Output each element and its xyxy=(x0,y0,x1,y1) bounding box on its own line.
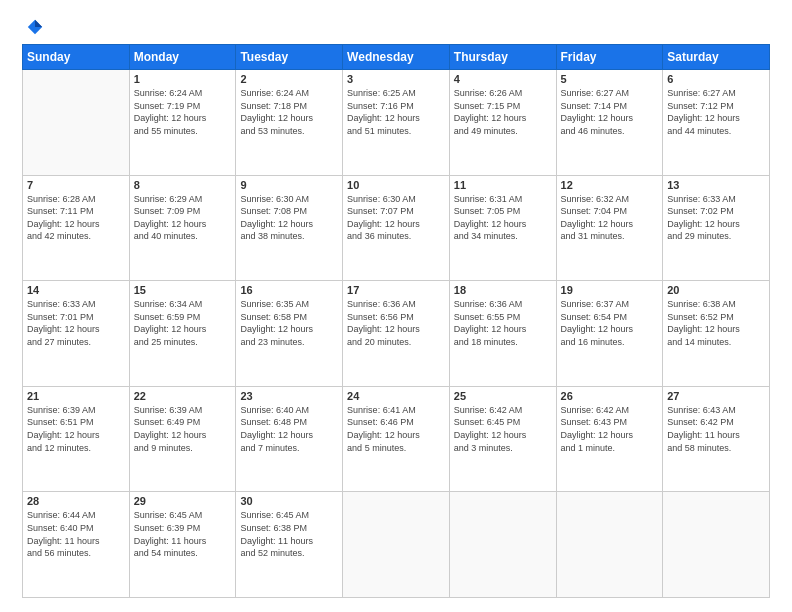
week-row-1: 7Sunrise: 6:28 AM Sunset: 7:11 PM Daylig… xyxy=(23,175,770,281)
day-number: 7 xyxy=(27,179,125,191)
day-info: Sunrise: 6:34 AM Sunset: 6:59 PM Dayligh… xyxy=(134,298,232,348)
day-number: 13 xyxy=(667,179,765,191)
day-number: 26 xyxy=(561,390,659,402)
day-number: 30 xyxy=(240,495,338,507)
day-info: Sunrise: 6:45 AM Sunset: 6:39 PM Dayligh… xyxy=(134,509,232,559)
day-number: 1 xyxy=(134,73,232,85)
day-info: Sunrise: 6:39 AM Sunset: 6:51 PM Dayligh… xyxy=(27,404,125,454)
day-cell: 5Sunrise: 6:27 AM Sunset: 7:14 PM Daylig… xyxy=(556,70,663,176)
day-number: 19 xyxy=(561,284,659,296)
day-cell xyxy=(663,492,770,598)
day-info: Sunrise: 6:32 AM Sunset: 7:04 PM Dayligh… xyxy=(561,193,659,243)
day-number: 4 xyxy=(454,73,552,85)
day-info: Sunrise: 6:24 AM Sunset: 7:18 PM Dayligh… xyxy=(240,87,338,137)
day-number: 6 xyxy=(667,73,765,85)
day-cell: 28Sunrise: 6:44 AM Sunset: 6:40 PM Dayli… xyxy=(23,492,130,598)
day-cell: 29Sunrise: 6:45 AM Sunset: 6:39 PM Dayli… xyxy=(129,492,236,598)
day-number: 23 xyxy=(240,390,338,402)
day-cell: 3Sunrise: 6:25 AM Sunset: 7:16 PM Daylig… xyxy=(343,70,450,176)
day-number: 16 xyxy=(240,284,338,296)
page: SundayMondayTuesdayWednesdayThursdayFrid… xyxy=(0,0,792,612)
day-info: Sunrise: 6:25 AM Sunset: 7:16 PM Dayligh… xyxy=(347,87,445,137)
day-info: Sunrise: 6:27 AM Sunset: 7:14 PM Dayligh… xyxy=(561,87,659,137)
day-cell: 4Sunrise: 6:26 AM Sunset: 7:15 PM Daylig… xyxy=(449,70,556,176)
day-cell: 22Sunrise: 6:39 AM Sunset: 6:49 PM Dayli… xyxy=(129,386,236,492)
day-cell xyxy=(449,492,556,598)
day-number: 12 xyxy=(561,179,659,191)
day-info: Sunrise: 6:35 AM Sunset: 6:58 PM Dayligh… xyxy=(240,298,338,348)
weekday-header-tuesday: Tuesday xyxy=(236,45,343,70)
day-info: Sunrise: 6:42 AM Sunset: 6:45 PM Dayligh… xyxy=(454,404,552,454)
day-cell xyxy=(23,70,130,176)
weekday-header-sunday: Sunday xyxy=(23,45,130,70)
day-number: 25 xyxy=(454,390,552,402)
day-cell: 20Sunrise: 6:38 AM Sunset: 6:52 PM Dayli… xyxy=(663,281,770,387)
day-cell: 8Sunrise: 6:29 AM Sunset: 7:09 PM Daylig… xyxy=(129,175,236,281)
day-number: 8 xyxy=(134,179,232,191)
day-info: Sunrise: 6:40 AM Sunset: 6:48 PM Dayligh… xyxy=(240,404,338,454)
day-info: Sunrise: 6:43 AM Sunset: 6:42 PM Dayligh… xyxy=(667,404,765,454)
day-number: 2 xyxy=(240,73,338,85)
day-info: Sunrise: 6:36 AM Sunset: 6:55 PM Dayligh… xyxy=(454,298,552,348)
day-cell: 16Sunrise: 6:35 AM Sunset: 6:58 PM Dayli… xyxy=(236,281,343,387)
day-cell: 10Sunrise: 6:30 AM Sunset: 7:07 PM Dayli… xyxy=(343,175,450,281)
weekday-header-monday: Monday xyxy=(129,45,236,70)
day-info: Sunrise: 6:45 AM Sunset: 6:38 PM Dayligh… xyxy=(240,509,338,559)
logo xyxy=(22,18,44,36)
week-row-2: 14Sunrise: 6:33 AM Sunset: 7:01 PM Dayli… xyxy=(23,281,770,387)
day-number: 24 xyxy=(347,390,445,402)
day-cell: 26Sunrise: 6:42 AM Sunset: 6:43 PM Dayli… xyxy=(556,386,663,492)
day-info: Sunrise: 6:37 AM Sunset: 6:54 PM Dayligh… xyxy=(561,298,659,348)
day-cell: 19Sunrise: 6:37 AM Sunset: 6:54 PM Dayli… xyxy=(556,281,663,387)
calendar: SundayMondayTuesdayWednesdayThursdayFrid… xyxy=(22,44,770,598)
day-cell: 27Sunrise: 6:43 AM Sunset: 6:42 PM Dayli… xyxy=(663,386,770,492)
weekday-header-saturday: Saturday xyxy=(663,45,770,70)
day-cell: 6Sunrise: 6:27 AM Sunset: 7:12 PM Daylig… xyxy=(663,70,770,176)
day-cell: 18Sunrise: 6:36 AM Sunset: 6:55 PM Dayli… xyxy=(449,281,556,387)
weekday-header-thursday: Thursday xyxy=(449,45,556,70)
day-info: Sunrise: 6:30 AM Sunset: 7:07 PM Dayligh… xyxy=(347,193,445,243)
day-cell: 13Sunrise: 6:33 AM Sunset: 7:02 PM Dayli… xyxy=(663,175,770,281)
week-row-0: 1Sunrise: 6:24 AM Sunset: 7:19 PM Daylig… xyxy=(23,70,770,176)
weekday-header-wednesday: Wednesday xyxy=(343,45,450,70)
day-cell: 25Sunrise: 6:42 AM Sunset: 6:45 PM Dayli… xyxy=(449,386,556,492)
day-cell xyxy=(343,492,450,598)
day-info: Sunrise: 6:33 AM Sunset: 7:02 PM Dayligh… xyxy=(667,193,765,243)
day-info: Sunrise: 6:29 AM Sunset: 7:09 PM Dayligh… xyxy=(134,193,232,243)
logo-icon xyxy=(26,18,44,36)
day-number: 27 xyxy=(667,390,765,402)
day-info: Sunrise: 6:44 AM Sunset: 6:40 PM Dayligh… xyxy=(27,509,125,559)
day-number: 14 xyxy=(27,284,125,296)
day-number: 15 xyxy=(134,284,232,296)
day-number: 22 xyxy=(134,390,232,402)
day-info: Sunrise: 6:27 AM Sunset: 7:12 PM Dayligh… xyxy=(667,87,765,137)
day-number: 21 xyxy=(27,390,125,402)
day-info: Sunrise: 6:28 AM Sunset: 7:11 PM Dayligh… xyxy=(27,193,125,243)
day-info: Sunrise: 6:26 AM Sunset: 7:15 PM Dayligh… xyxy=(454,87,552,137)
day-number: 5 xyxy=(561,73,659,85)
header xyxy=(22,18,770,36)
day-cell: 9Sunrise: 6:30 AM Sunset: 7:08 PM Daylig… xyxy=(236,175,343,281)
day-number: 18 xyxy=(454,284,552,296)
svg-marker-1 xyxy=(35,20,42,27)
day-number: 20 xyxy=(667,284,765,296)
day-cell xyxy=(556,492,663,598)
day-number: 29 xyxy=(134,495,232,507)
day-info: Sunrise: 6:24 AM Sunset: 7:19 PM Dayligh… xyxy=(134,87,232,137)
day-cell: 24Sunrise: 6:41 AM Sunset: 6:46 PM Dayli… xyxy=(343,386,450,492)
day-number: 10 xyxy=(347,179,445,191)
day-info: Sunrise: 6:42 AM Sunset: 6:43 PM Dayligh… xyxy=(561,404,659,454)
day-number: 3 xyxy=(347,73,445,85)
week-row-3: 21Sunrise: 6:39 AM Sunset: 6:51 PM Dayli… xyxy=(23,386,770,492)
day-info: Sunrise: 6:33 AM Sunset: 7:01 PM Dayligh… xyxy=(27,298,125,348)
day-cell: 7Sunrise: 6:28 AM Sunset: 7:11 PM Daylig… xyxy=(23,175,130,281)
weekday-header-row: SundayMondayTuesdayWednesdayThursdayFrid… xyxy=(23,45,770,70)
day-info: Sunrise: 6:39 AM Sunset: 6:49 PM Dayligh… xyxy=(134,404,232,454)
day-info: Sunrise: 6:30 AM Sunset: 7:08 PM Dayligh… xyxy=(240,193,338,243)
day-info: Sunrise: 6:41 AM Sunset: 6:46 PM Dayligh… xyxy=(347,404,445,454)
day-info: Sunrise: 6:31 AM Sunset: 7:05 PM Dayligh… xyxy=(454,193,552,243)
day-cell: 21Sunrise: 6:39 AM Sunset: 6:51 PM Dayli… xyxy=(23,386,130,492)
day-cell: 1Sunrise: 6:24 AM Sunset: 7:19 PM Daylig… xyxy=(129,70,236,176)
day-number: 9 xyxy=(240,179,338,191)
weekday-header-friday: Friday xyxy=(556,45,663,70)
